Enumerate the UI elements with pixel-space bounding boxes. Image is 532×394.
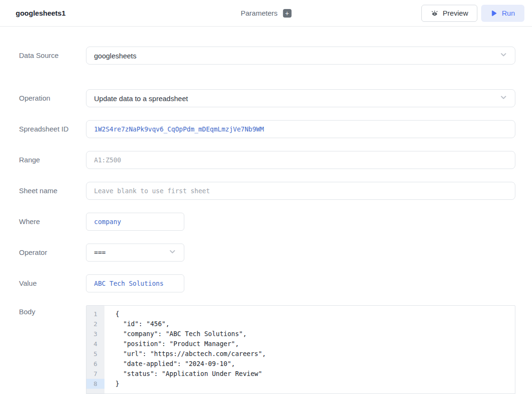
- spreadsheet-id-row: Spreadsheet ID 1W2S4re7zNaPk9vqv6_CqOpPd…: [19, 120, 515, 138]
- query-editor-header: googlesheets1 Parameters + Preview: [0, 0, 532, 27]
- plus-icon: +: [285, 10, 289, 17]
- range-placeholder: A1:Z500: [94, 156, 121, 164]
- value-label: Value: [19, 274, 86, 292]
- where-input[interactable]: company: [86, 213, 184, 231]
- line-number: 5: [86, 349, 104, 359]
- data-source-select[interactable]: googlesheets: [86, 47, 515, 65]
- operation-label: Operation: [19, 89, 86, 107]
- value-value: ABC Tech Solutions: [94, 280, 163, 287]
- range-input[interactable]: A1:Z500: [86, 151, 515, 169]
- where-value: company: [94, 218, 121, 225]
- code-line[interactable]: "date-applied": "2024-09-10",: [115, 359, 515, 369]
- where-row: Where company: [19, 213, 515, 231]
- add-parameter-button[interactable]: +: [283, 9, 291, 18]
- line-number: 7: [86, 369, 104, 379]
- value-row: Value ABC Tech Solutions: [19, 274, 515, 292]
- code-line[interactable]: }: [115, 379, 515, 389]
- chevron-down-icon: [169, 248, 176, 257]
- sheet-name-label: Sheet name: [19, 182, 86, 200]
- run-button-label: Run: [502, 9, 515, 17]
- range-row: Range A1:Z500: [19, 151, 515, 169]
- sheet-name-input[interactable]: Leave blank to use first sheet: [86, 182, 515, 200]
- line-number: 2: [86, 319, 104, 329]
- operator-value: ===: [94, 249, 105, 256]
- operation-select[interactable]: Update data to a spreadsheet: [86, 89, 515, 107]
- spreadsheet-id-input[interactable]: 1W2S4re7zNaPk9vqv6_CqOpPdm_mDEqmLmzjVe7N…: [86, 120, 515, 138]
- spreadsheet-id-label: Spreadsheet ID: [19, 120, 86, 138]
- data-source-row: Data Source googlesheets: [19, 47, 515, 65]
- range-label: Range: [19, 151, 86, 169]
- value-input[interactable]: ABC Tech Solutions: [86, 274, 184, 292]
- line-number: 6: [86, 359, 104, 369]
- preview-button[interactable]: Preview: [421, 5, 477, 22]
- chevron-down-icon: [500, 94, 507, 103]
- line-number: 1: [86, 309, 104, 319]
- data-source-label: Data Source: [19, 47, 86, 65]
- eye-icon: [431, 9, 438, 17]
- body-row: Body 12345678 { "id": "456", "company": …: [19, 305, 515, 394]
- code-gutter: 12345678: [86, 306, 104, 394]
- chevron-down-icon: [500, 51, 507, 60]
- play-icon: [491, 10, 497, 17]
- code-line[interactable]: "id": "456",: [115, 319, 515, 329]
- code-line[interactable]: "url": "https://abctech.com/careers",: [115, 349, 515, 359]
- query-name[interactable]: googlesheets1: [16, 9, 66, 17]
- data-source-value: googlesheets: [94, 52, 136, 60]
- line-number: 3: [86, 329, 104, 339]
- operator-label: Operator: [19, 244, 86, 262]
- query-form: Data Source googlesheets Operation Updat…: [0, 27, 532, 394]
- operation-value: Update data to a spreadsheet: [94, 94, 188, 103]
- parameters-section: Parameters +: [241, 9, 292, 18]
- sheet-name-row: Sheet name Leave blank to use first shee…: [19, 182, 515, 200]
- preview-button-label: Preview: [443, 9, 468, 17]
- parameters-label: Parameters: [241, 9, 278, 17]
- code-content[interactable]: { "id": "456", "company": "ABC Tech Solu…: [104, 306, 515, 394]
- line-number: 8: [86, 379, 104, 389]
- operator-select[interactable]: ===: [86, 244, 184, 262]
- sheet-name-placeholder: Leave blank to use first sheet: [94, 187, 210, 195]
- header-actions: Preview Run: [421, 5, 524, 22]
- body-code-editor[interactable]: 12345678 { "id": "456", "company": "ABC …: [86, 305, 515, 394]
- code-line[interactable]: "position": "Product Manager",: [115, 339, 515, 349]
- operation-row: Operation Update data to a spreadsheet: [19, 89, 515, 107]
- line-number: 4: [86, 339, 104, 349]
- code-line[interactable]: "company": "ABC Tech Solutions",: [115, 329, 515, 339]
- body-label: Body: [19, 305, 86, 394]
- run-button[interactable]: Run: [481, 5, 524, 22]
- operator-row: Operator ===: [19, 244, 515, 262]
- code-line[interactable]: {: [115, 309, 515, 319]
- code-line[interactable]: "status": "Application Under Review": [115, 369, 515, 379]
- spreadsheet-id-value: 1W2S4re7zNaPk9vqv6_CqOpPdm_mDEqmLmzjVe7N…: [94, 125, 264, 133]
- where-label: Where: [19, 213, 86, 231]
